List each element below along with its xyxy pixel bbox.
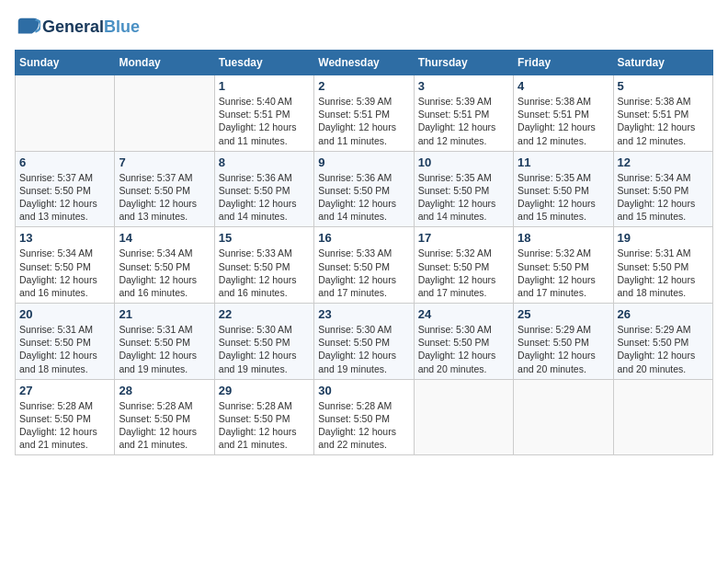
calendar-cell: 13Sunrise: 5:34 AM Sunset: 5:50 PM Dayli… [16,227,115,304]
day-info: Sunrise: 5:37 AM Sunset: 5:50 PM Dayligh… [119,171,210,224]
day-info: Sunrise: 5:39 AM Sunset: 5:51 PM Dayligh… [418,95,509,147]
calendar: SundayMondayTuesdayWednesdayThursdayFrid… [15,50,713,455]
day-info: Sunrise: 5:32 AM Sunset: 5:50 PM Dayligh… [518,247,609,299]
calendar-cell: 12Sunrise: 5:34 AM Sunset: 5:50 PM Dayli… [613,151,712,227]
day-info: Sunrise: 5:40 AM Sunset: 5:51 PM Dayligh… [219,95,310,147]
day-number: 10 [418,155,509,169]
day-info: Sunrise: 5:39 AM Sunset: 5:51 PM Dayligh… [318,95,409,147]
day-number: 21 [119,307,210,321]
day-number: 14 [119,231,210,245]
day-info: Sunrise: 5:28 AM Sunset: 5:50 PM Dayligh… [19,399,110,452]
header: GeneralBlue [15,15,713,40]
day-info: Sunrise: 5:31 AM Sunset: 5:50 PM Dayligh… [119,323,210,375]
calendar-cell: 19Sunrise: 5:31 AM Sunset: 5:50 PM Dayli… [613,227,712,304]
day-info: Sunrise: 5:34 AM Sunset: 5:50 PM Dayligh… [19,247,110,299]
day-info: Sunrise: 5:33 AM Sunset: 5:50 PM Dayligh… [318,247,409,299]
logo: GeneralBlue [15,15,140,40]
weekday-header-sunday: Sunday [16,51,115,75]
weekday-header-thursday: Thursday [414,51,513,75]
day-info: Sunrise: 5:30 AM Sunset: 5:50 PM Dayligh… [219,323,310,375]
calendar-cell: 6Sunrise: 5:37 AM Sunset: 5:50 PM Daylig… [16,151,115,227]
day-info: Sunrise: 5:35 AM Sunset: 5:50 PM Dayligh… [518,171,609,224]
calendar-cell: 22Sunrise: 5:30 AM Sunset: 5:50 PM Dayli… [214,304,313,380]
day-number: 25 [518,307,609,321]
calendar-cell: 25Sunrise: 5:29 AM Sunset: 5:50 PM Dayli… [514,304,613,380]
day-info: Sunrise: 5:28 AM Sunset: 5:50 PM Dayligh… [219,399,310,452]
day-number: 15 [219,231,310,245]
calendar-cell: 23Sunrise: 5:30 AM Sunset: 5:50 PM Dayli… [314,304,414,380]
day-info: Sunrise: 5:28 AM Sunset: 5:50 PM Dayligh… [119,399,210,452]
calendar-cell [514,379,613,455]
day-number: 5 [618,79,709,93]
calendar-cell: 14Sunrise: 5:34 AM Sunset: 5:50 PM Dayli… [115,227,214,304]
calendar-cell [414,379,513,455]
day-number: 8 [219,155,310,169]
day-number: 4 [518,79,609,93]
calendar-cell: 28Sunrise: 5:28 AM Sunset: 5:50 PM Dayli… [115,379,214,455]
weekday-header-monday: Monday [115,51,214,75]
calendar-cell: 24Sunrise: 5:30 AM Sunset: 5:50 PM Dayli… [414,304,513,380]
day-info: Sunrise: 5:31 AM Sunset: 5:50 PM Dayligh… [19,323,110,375]
day-info: Sunrise: 5:35 AM Sunset: 5:50 PM Dayligh… [418,171,509,224]
calendar-cell: 29Sunrise: 5:28 AM Sunset: 5:50 PM Dayli… [214,379,313,455]
day-number: 3 [418,79,509,93]
calendar-cell [16,75,115,152]
day-number: 26 [618,307,709,321]
calendar-cell: 18Sunrise: 5:32 AM Sunset: 5:50 PM Dayli… [514,227,613,304]
calendar-cell: 8Sunrise: 5:36 AM Sunset: 5:50 PM Daylig… [214,151,313,227]
day-number: 19 [618,231,709,245]
day-info: Sunrise: 5:31 AM Sunset: 5:50 PM Dayligh… [618,247,709,299]
day-info: Sunrise: 5:37 AM Sunset: 5:50 PM Dayligh… [19,171,110,224]
calendar-cell: 7Sunrise: 5:37 AM Sunset: 5:50 PM Daylig… [115,151,214,227]
calendar-cell: 11Sunrise: 5:35 AM Sunset: 5:50 PM Dayli… [514,151,613,227]
day-info: Sunrise: 5:38 AM Sunset: 5:51 PM Dayligh… [518,95,609,147]
day-number: 9 [318,155,409,169]
calendar-cell: 26Sunrise: 5:29 AM Sunset: 5:50 PM Dayli… [613,304,712,380]
calendar-cell: 15Sunrise: 5:33 AM Sunset: 5:50 PM Dayli… [214,227,313,304]
calendar-cell: 9Sunrise: 5:36 AM Sunset: 5:50 PM Daylig… [314,151,414,227]
calendar-cell: 20Sunrise: 5:31 AM Sunset: 5:50 PM Dayli… [16,304,115,380]
calendar-cell: 4Sunrise: 5:38 AM Sunset: 5:51 PM Daylig… [514,75,613,152]
day-number: 12 [618,155,709,169]
day-info: Sunrise: 5:34 AM Sunset: 5:50 PM Dayligh… [119,247,210,299]
day-info: Sunrise: 5:34 AM Sunset: 5:50 PM Dayligh… [618,171,709,224]
day-info: Sunrise: 5:36 AM Sunset: 5:50 PM Dayligh… [219,171,310,224]
calendar-cell: 16Sunrise: 5:33 AM Sunset: 5:50 PM Dayli… [314,227,414,304]
day-info: Sunrise: 5:38 AM Sunset: 5:51 PM Dayligh… [618,95,709,147]
day-number: 24 [418,307,509,321]
logo-text: GeneralBlue [42,18,140,37]
day-number: 20 [19,307,110,321]
weekday-header-wednesday: Wednesday [314,51,414,75]
day-number: 18 [518,231,609,245]
day-number: 29 [219,384,310,397]
day-number: 1 [219,79,310,93]
calendar-cell: 3Sunrise: 5:39 AM Sunset: 5:51 PM Daylig… [414,75,513,152]
calendar-cell: 10Sunrise: 5:35 AM Sunset: 5:50 PM Dayli… [414,151,513,227]
calendar-cell: 27Sunrise: 5:28 AM Sunset: 5:50 PM Dayli… [16,379,115,455]
day-number: 7 [119,155,210,169]
day-info: Sunrise: 5:29 AM Sunset: 5:50 PM Dayligh… [518,323,609,375]
calendar-cell: 2Sunrise: 5:39 AM Sunset: 5:51 PM Daylig… [314,75,414,152]
calendar-cell [115,75,214,152]
weekday-header-saturday: Saturday [613,51,712,75]
calendar-cell [613,379,712,455]
day-number: 2 [318,79,409,93]
day-number: 23 [318,307,409,321]
day-number: 22 [219,307,310,321]
day-number: 30 [318,384,409,397]
day-info: Sunrise: 5:28 AM Sunset: 5:50 PM Dayligh… [318,399,409,452]
day-info: Sunrise: 5:29 AM Sunset: 5:50 PM Dayligh… [618,323,709,375]
calendar-cell: 1Sunrise: 5:40 AM Sunset: 5:51 PM Daylig… [214,75,313,152]
day-info: Sunrise: 5:30 AM Sunset: 5:50 PM Dayligh… [418,323,509,375]
day-number: 13 [19,231,110,245]
day-number: 17 [418,231,509,245]
weekday-header-tuesday: Tuesday [214,51,313,75]
calendar-cell: 5Sunrise: 5:38 AM Sunset: 5:51 PM Daylig… [613,75,712,152]
calendar-cell: 30Sunrise: 5:28 AM Sunset: 5:50 PM Dayli… [314,379,414,455]
weekday-header-friday: Friday [514,51,613,75]
day-info: Sunrise: 5:32 AM Sunset: 5:50 PM Dayligh… [418,247,509,299]
day-info: Sunrise: 5:33 AM Sunset: 5:50 PM Dayligh… [219,247,310,299]
day-number: 16 [318,231,409,245]
day-info: Sunrise: 5:30 AM Sunset: 5:50 PM Dayligh… [318,323,409,375]
calendar-cell: 21Sunrise: 5:31 AM Sunset: 5:50 PM Dayli… [115,304,214,380]
